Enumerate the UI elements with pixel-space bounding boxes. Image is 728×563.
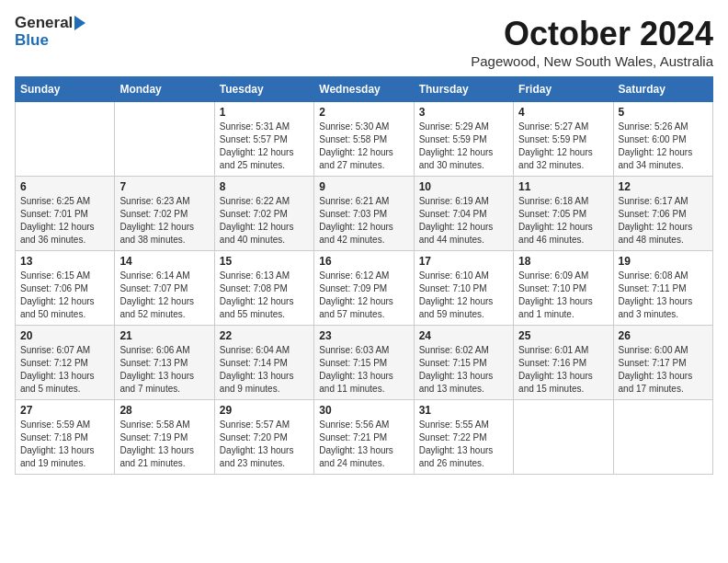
calendar-header-row: SundayMondayTuesdayWednesdayThursdayFrid… (16, 77, 713, 102)
calendar-week-1: 1Sunrise: 5:31 AM Sunset: 5:57 PM Daylig… (16, 102, 713, 177)
calendar-cell (16, 102, 115, 177)
day-info: Sunrise: 6:04 AM Sunset: 7:14 PM Dayligh… (220, 344, 309, 396)
day-number: 19 (619, 255, 708, 268)
day-info: Sunrise: 5:56 AM Sunset: 7:21 PM Dayligh… (319, 419, 408, 470)
calendar-cell: 26Sunrise: 6:00 AM Sunset: 7:17 PM Dayli… (613, 326, 712, 400)
day-info: Sunrise: 5:55 AM Sunset: 7:22 PM Dayligh… (419, 419, 508, 470)
calendar-cell: 29Sunrise: 5:57 AM Sunset: 7:20 PM Dayli… (214, 400, 313, 475)
day-number: 4 (518, 106, 608, 119)
day-number: 13 (20, 255, 109, 268)
day-number: 14 (119, 255, 209, 268)
day-number: 15 (220, 255, 309, 268)
calendar-cell: 31Sunrise: 5:55 AM Sunset: 7:22 PM Dayli… (414, 400, 513, 475)
day-info: Sunrise: 5:59 AM Sunset: 7:18 PM Dayligh… (20, 419, 109, 470)
calendar-cell (613, 400, 712, 475)
day-number: 9 (319, 180, 408, 193)
day-number: 3 (419, 106, 508, 119)
day-number: 5 (619, 106, 708, 119)
calendar-table: SundayMondayTuesdayWednesdayThursdayFrid… (15, 76, 713, 475)
day-number: 27 (20, 404, 109, 417)
day-info: Sunrise: 6:00 AM Sunset: 7:17 PM Dayligh… (619, 344, 708, 396)
day-number: 1 (220, 106, 309, 119)
calendar-cell: 30Sunrise: 5:56 AM Sunset: 7:21 PM Dayli… (314, 400, 414, 475)
calendar-cell: 14Sunrise: 6:14 AM Sunset: 7:07 PM Dayli… (115, 251, 214, 326)
calendar-cell: 28Sunrise: 5:58 AM Sunset: 7:19 PM Dayli… (115, 400, 214, 475)
calendar-cell: 18Sunrise: 6:09 AM Sunset: 7:10 PM Dayli… (514, 251, 613, 326)
day-info: Sunrise: 6:15 AM Sunset: 7:06 PM Dayligh… (20, 270, 109, 321)
calendar-header-saturday: Saturday (613, 77, 712, 102)
day-number: 8 (220, 180, 309, 193)
calendar-cell: 19Sunrise: 6:08 AM Sunset: 7:11 PM Dayli… (613, 251, 712, 326)
calendar-cell: 12Sunrise: 6:17 AM Sunset: 7:06 PM Dayli… (613, 177, 712, 251)
calendar-header-monday: Monday (115, 77, 214, 102)
day-number: 16 (319, 255, 408, 268)
day-number: 28 (119, 404, 209, 417)
calendar-cell: 27Sunrise: 5:59 AM Sunset: 7:18 PM Dayli… (16, 400, 115, 475)
day-info: Sunrise: 6:14 AM Sunset: 7:07 PM Dayligh… (119, 270, 209, 321)
calendar-cell: 6Sunrise: 6:25 AM Sunset: 7:01 PM Daylig… (16, 177, 115, 251)
day-info: Sunrise: 6:08 AM Sunset: 7:11 PM Dayligh… (619, 270, 708, 321)
day-info: Sunrise: 6:13 AM Sunset: 7:08 PM Dayligh… (220, 270, 309, 321)
calendar-cell: 8Sunrise: 6:22 AM Sunset: 7:02 PM Daylig… (214, 177, 313, 251)
calendar-cell: 25Sunrise: 6:01 AM Sunset: 7:16 PM Dayli… (514, 326, 613, 400)
calendar-cell: 23Sunrise: 6:03 AM Sunset: 7:15 PM Dayli… (314, 326, 414, 400)
calendar-cell: 17Sunrise: 6:10 AM Sunset: 7:10 PM Dayli… (414, 251, 513, 326)
day-info: Sunrise: 6:17 AM Sunset: 7:06 PM Dayligh… (619, 195, 708, 247)
day-info: Sunrise: 6:06 AM Sunset: 7:13 PM Dayligh… (119, 344, 209, 396)
day-number: 23 (319, 329, 408, 342)
day-number: 10 (419, 180, 508, 193)
logo-arrow-icon (74, 16, 85, 30)
day-number: 22 (220, 329, 309, 342)
calendar-header-wednesday: Wednesday (314, 77, 414, 102)
calendar-week-3: 13Sunrise: 6:15 AM Sunset: 7:06 PM Dayli… (16, 251, 713, 326)
day-info: Sunrise: 6:01 AM Sunset: 7:16 PM Dayligh… (518, 344, 608, 396)
header: General Blue October 2024 Pagewood, New … (15, 15, 713, 69)
calendar-header-thursday: Thursday (414, 77, 513, 102)
day-number: 31 (419, 404, 508, 417)
day-number: 12 (619, 180, 708, 193)
calendar-cell: 16Sunrise: 6:12 AM Sunset: 7:09 PM Dayli… (314, 251, 414, 326)
calendar-header-friday: Friday (514, 77, 613, 102)
logo: General Blue (15, 15, 85, 49)
day-info: Sunrise: 5:30 AM Sunset: 5:58 PM Dayligh… (319, 121, 408, 172)
calendar-cell: 24Sunrise: 6:02 AM Sunset: 7:15 PM Dayli… (414, 326, 513, 400)
day-info: Sunrise: 6:23 AM Sunset: 7:02 PM Dayligh… (119, 195, 209, 247)
day-info: Sunrise: 5:26 AM Sunset: 6:00 PM Dayligh… (619, 121, 708, 172)
logo-blue-text: Blue (15, 32, 49, 50)
calendar-cell: 5Sunrise: 5:26 AM Sunset: 6:00 PM Daylig… (613, 102, 712, 177)
calendar-cell: 1Sunrise: 5:31 AM Sunset: 5:57 PM Daylig… (214, 102, 313, 177)
day-number: 18 (518, 255, 608, 268)
logo-general-text: General (15, 15, 73, 32)
calendar-header-tuesday: Tuesday (214, 77, 313, 102)
calendar-cell: 4Sunrise: 5:27 AM Sunset: 5:59 PM Daylig… (514, 102, 613, 177)
calendar-cell: 11Sunrise: 6:18 AM Sunset: 7:05 PM Dayli… (514, 177, 613, 251)
day-info: Sunrise: 6:22 AM Sunset: 7:02 PM Dayligh… (220, 195, 309, 247)
subtitle: Pagewood, New South Wales, Australia (471, 53, 713, 69)
day-info: Sunrise: 5:29 AM Sunset: 5:59 PM Dayligh… (419, 121, 508, 172)
calendar-week-4: 20Sunrise: 6:07 AM Sunset: 7:12 PM Dayli… (16, 326, 713, 400)
day-info: Sunrise: 6:02 AM Sunset: 7:15 PM Dayligh… (419, 344, 508, 396)
day-info: Sunrise: 5:58 AM Sunset: 7:19 PM Dayligh… (119, 419, 209, 470)
calendar-header-sunday: Sunday (16, 77, 115, 102)
day-info: Sunrise: 6:25 AM Sunset: 7:01 PM Dayligh… (20, 195, 109, 247)
day-number: 7 (119, 180, 209, 193)
calendar-cell: 2Sunrise: 5:30 AM Sunset: 5:58 PM Daylig… (314, 102, 414, 177)
day-number: 30 (319, 404, 408, 417)
calendar-cell: 9Sunrise: 6:21 AM Sunset: 7:03 PM Daylig… (314, 177, 414, 251)
calendar-week-2: 6Sunrise: 6:25 AM Sunset: 7:01 PM Daylig… (16, 177, 713, 251)
calendar-cell: 13Sunrise: 6:15 AM Sunset: 7:06 PM Dayli… (16, 251, 115, 326)
day-number: 20 (20, 329, 109, 342)
day-number: 24 (419, 329, 508, 342)
calendar-cell: 20Sunrise: 6:07 AM Sunset: 7:12 PM Dayli… (16, 326, 115, 400)
day-info: Sunrise: 6:03 AM Sunset: 7:15 PM Dayligh… (319, 344, 408, 396)
calendar-cell: 21Sunrise: 6:06 AM Sunset: 7:13 PM Dayli… (115, 326, 214, 400)
day-number: 29 (220, 404, 309, 417)
day-number: 2 (319, 106, 408, 119)
calendar-cell (514, 400, 613, 475)
day-number: 21 (119, 329, 209, 342)
calendar-cell: 7Sunrise: 6:23 AM Sunset: 7:02 PM Daylig… (115, 177, 214, 251)
day-number: 17 (419, 255, 508, 268)
day-info: Sunrise: 6:10 AM Sunset: 7:10 PM Dayligh… (419, 270, 508, 321)
day-info: Sunrise: 6:07 AM Sunset: 7:12 PM Dayligh… (20, 344, 109, 396)
day-info: Sunrise: 5:27 AM Sunset: 5:59 PM Dayligh… (518, 121, 608, 172)
